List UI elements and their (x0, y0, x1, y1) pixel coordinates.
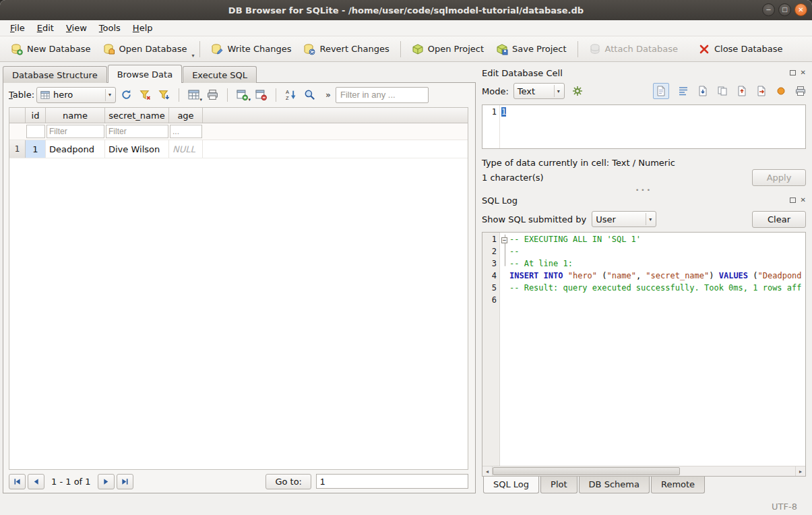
encoding-indicator[interactable]: UTF-8 (772, 502, 797, 512)
tab-remote[interactable]: Remote (651, 477, 705, 493)
menu-edit[interactable]: Edit (31, 22, 60, 34)
sql-log-line: -- At line 1: (500, 259, 805, 271)
clear-log-button[interactable]: Clear (752, 211, 806, 228)
sql-log-view[interactable]: 123456 −-- EXECUTING ALL IN 'SQL 1'---- … (482, 232, 806, 477)
write-changes-button[interactable]: Write Changes (206, 40, 296, 59)
toolbar-overflow-icon[interactable]: » (325, 90, 331, 100)
copy-icon (717, 86, 728, 96)
word-wrap-button[interactable] (678, 86, 689, 96)
refresh-button[interactable] (118, 86, 135, 103)
export-button[interactable] (756, 86, 767, 96)
dock-float-icon[interactable] (790, 198, 796, 203)
dock-float-icon[interactable] (790, 70, 796, 75)
save-table-button[interactable]: ▾ (185, 86, 202, 103)
maximize-button[interactable]: □ (778, 3, 791, 16)
app-window: DB Browser for SQLite - /home/user/code/… (0, 0, 812, 515)
text-mode-toggle[interactable] (653, 83, 669, 99)
set-null-button[interactable] (776, 86, 786, 96)
cell-char-count: 1 character(s) (482, 173, 544, 183)
last-record-button[interactable] (117, 474, 133, 489)
filter-input-name[interactable] (46, 125, 104, 138)
menu-view[interactable]: View (60, 22, 93, 34)
cell-name[interactable]: Deadpond (46, 140, 105, 158)
tab-sql-log[interactable]: SQL Log (483, 477, 539, 493)
table-select[interactable]: hero ▾ (36, 87, 116, 103)
find-button[interactable] (301, 86, 318, 103)
sql-log-line-text: -- Result: query executed successfully. … (509, 283, 801, 295)
scrollbar-thumb[interactable] (493, 467, 680, 475)
column-header-secret-name[interactable]: secret_name (105, 108, 169, 123)
window-title: DB Browser for SQLite - /home/user/code/… (228, 5, 584, 16)
sql-log-line-number: 1 (482, 235, 499, 247)
save-filter-button[interactable] (156, 86, 173, 103)
menu-tools[interactable]: Tools (93, 22, 127, 34)
tab-execute-sql[interactable]: Execute SQL (183, 66, 257, 83)
cell-editor[interactable]: 1 1 (482, 104, 806, 149)
previous-record-button[interactable] (28, 474, 44, 489)
import-button[interactable] (737, 86, 747, 96)
sort-button[interactable]: A Z (282, 86, 299, 103)
close-button[interactable]: ✕ (794, 3, 807, 16)
tab-browse-data[interactable]: Browse Data (108, 65, 183, 83)
grid-corner[interactable] (9, 108, 26, 123)
open-database-dropdown-icon[interactable]: ▾ (191, 53, 194, 61)
cell-secret-name[interactable]: Dive Wilson (105, 140, 169, 158)
filter-input-age[interactable] (170, 125, 202, 138)
menu-help[interactable]: Help (127, 22, 159, 34)
copy-button[interactable] (717, 86, 728, 96)
open-file-button[interactable] (697, 86, 708, 96)
goto-button[interactable]: Go to: (266, 474, 311, 489)
open-database-button[interactable]: Open Database (98, 40, 193, 59)
dock-close-icon[interactable]: ✕ (801, 69, 806, 76)
new-database-button[interactable]: New Database (5, 40, 96, 59)
goto-input[interactable] (316, 474, 468, 489)
clear-filters-button[interactable] (137, 86, 154, 103)
next-record-button[interactable] (98, 474, 115, 489)
titlebar[interactable]: DB Browser for SQLite - /home/user/code/… (0, 0, 812, 20)
dock-close-icon[interactable]: ✕ (801, 197, 806, 204)
filter-any-input[interactable] (336, 87, 429, 103)
column-header-name[interactable]: name (46, 108, 105, 123)
filter-input-secret-name[interactable] (106, 125, 168, 138)
cell-id[interactable]: 1 (26, 140, 46, 158)
scroll-right-icon[interactable]: ▸ (795, 466, 805, 476)
dock-resize-handle[interactable]: ••• (482, 186, 806, 193)
open-project-button[interactable]: Open Project (406, 40, 489, 59)
browse-toolbar-separator (227, 88, 228, 102)
print-cell-button[interactable] (795, 86, 806, 96)
table-icon (40, 90, 50, 100)
delete-record-button[interactable] (253, 86, 270, 103)
close-database-button[interactable]: Close Database (693, 40, 788, 59)
tab-plot[interactable]: Plot (540, 477, 577, 493)
cell-content-selection: 1 (501, 107, 506, 117)
save-project-button[interactable]: Save Project (491, 40, 572, 59)
revert-changes-button[interactable]: Revert Changes (298, 40, 394, 59)
fold-toggle-icon[interactable]: − (501, 237, 507, 243)
save-table-dropdown-icon[interactable]: ▾ (200, 97, 203, 102)
scroll-left-icon[interactable]: ◂ (482, 466, 493, 476)
sql-log-line-text: -- At line 1: (509, 259, 573, 271)
sql-source-select[interactable]: User ▾ (592, 211, 656, 227)
new-record-dropdown-icon[interactable]: ▾ (249, 97, 251, 102)
sql-log-line-text: -- (509, 247, 519, 259)
sql-log-hscrollbar[interactable]: ◂ ▸ (482, 466, 805, 476)
tab-db-schema[interactable]: DB Schema (579, 477, 650, 493)
new-record-icon (237, 89, 248, 100)
fold-margin (500, 283, 509, 295)
first-record-button[interactable] (9, 474, 26, 489)
cell-editor-content[interactable]: 1 (500, 105, 507, 148)
column-header-age[interactable]: age (169, 108, 203, 123)
mode-select[interactable]: Text ▾ (513, 83, 565, 99)
filter-input-id[interactable] (26, 125, 45, 138)
cell-age[interactable]: NULL (169, 140, 203, 158)
column-header-id[interactable]: id (26, 108, 46, 123)
new-record-button[interactable]: ▾ (234, 86, 251, 103)
minimize-button[interactable]: − (762, 3, 775, 16)
tab-database-structure[interactable]: Database Structure (3, 66, 107, 83)
print-button[interactable] (204, 86, 221, 103)
sql-log-line: −-- EXECUTING ALL IN 'SQL 1' (500, 235, 805, 247)
auto-format-button[interactable] (569, 83, 586, 100)
browse-toolbar: Table: hero ▾ (3, 83, 475, 106)
row-header[interactable]: 1 (9, 140, 26, 158)
menu-file[interactable]: File (4, 22, 31, 34)
